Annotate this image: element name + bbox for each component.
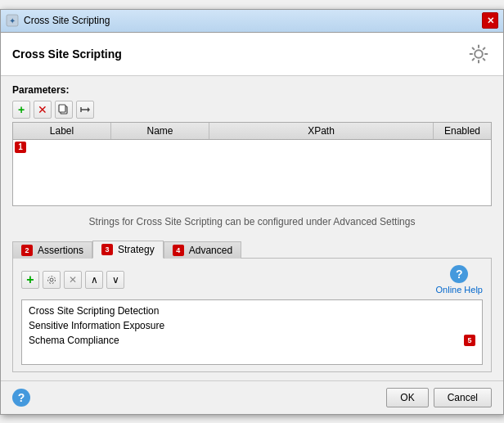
list-item[interactable]: Schema Compliance 5 (25, 333, 479, 348)
delete-parameter-button[interactable]: ✕ (34, 101, 52, 119)
tab-content-toolbar: + ✕ ∧ ∨ ? Online Help (21, 265, 483, 295)
dialog-title: Cross Site Scripting (12, 47, 122, 61)
ok-button[interactable]: OK (386, 388, 428, 407)
assertions-list: Cross Site Scripting Detection Sensitive… (21, 299, 483, 365)
copy-icon (58, 104, 70, 115)
tab-assertions-label: Assertions (38, 245, 83, 256)
svg-line-9 (483, 47, 485, 50)
move-down-button[interactable]: ∨ (106, 271, 124, 289)
add-parameter-button[interactable]: + (12, 101, 30, 119)
svg-line-8 (483, 58, 485, 61)
row-number-badge: 1 (15, 142, 26, 153)
tab-strategy[interactable]: 3 Strategy (92, 241, 164, 259)
info-text: Strings for Cross Site Scripting can be … (12, 209, 492, 234)
window-icon: ✦ (6, 14, 19, 27)
table-header: Label Name XPath Enabled (13, 123, 491, 140)
move-up-button[interactable]: ∧ (85, 271, 103, 289)
footer-left: ? (12, 389, 30, 407)
tab-content-panel: + ✕ ∧ ∨ ? Online Help (12, 258, 492, 372)
svg-point-17 (48, 276, 56, 283)
svg-line-10 (472, 58, 475, 61)
settings-icon[interactable] (466, 41, 492, 67)
footer-help-button[interactable]: ? (12, 389, 30, 407)
svg-point-2 (475, 50, 483, 58)
col-name: Name (111, 123, 209, 139)
add-item-button[interactable]: + (21, 271, 39, 289)
settings-item-button[interactable] (43, 271, 61, 289)
list-item[interactable]: Cross Site Scripting Detection (25, 304, 479, 318)
gear-small-icon (46, 274, 57, 286)
col-enabled: Enabled (434, 123, 491, 139)
cancel-button[interactable]: Cancel (434, 388, 492, 407)
close-button[interactable]: ✕ (482, 12, 498, 29)
main-window: ✦ Cross Site Scripting ✕ Cross Site Scri… (0, 9, 504, 415)
tab-assertions[interactable]: 2 Assertions (12, 241, 92, 259)
svg-rect-12 (59, 105, 65, 112)
tabs-area: 2 Assertions 3 Strategy 4 Advanced + (12, 241, 492, 372)
title-bar: ✦ Cross Site Scripting ✕ (1, 10, 503, 33)
tab-advanced-label: Advanced (189, 245, 232, 256)
tab-advanced-badge: 4 (173, 245, 184, 256)
tab-bar: 2 Assertions 3 Strategy 4 Advanced (12, 241, 492, 259)
tab-strategy-badge: 3 (101, 244, 113, 255)
svg-text:✦: ✦ (9, 16, 16, 25)
online-help-button[interactable]: ? Online Help (436, 265, 483, 295)
header-panel: Cross Site Scripting (1, 33, 503, 76)
move-icon (79, 104, 91, 115)
title-bar-text: Cross Site Scripting (24, 15, 477, 26)
tab-assertions-badge: 2 (21, 245, 33, 256)
delete-item-button[interactable]: ✕ (64, 271, 82, 289)
list-item[interactable]: Sensitive Information Exposure (25, 318, 479, 333)
parameters-table: Label Name XPath Enabled 1 (12, 122, 492, 206)
parameters-section: Parameters: + ✕ (12, 84, 492, 234)
tab-toolbar-left: + ✕ ∧ ∨ (21, 271, 124, 289)
dialog-footer: ? OK Cancel (1, 380, 503, 414)
col-xpath: XPath (209, 123, 434, 139)
parameters-toolbar: + ✕ (12, 101, 492, 119)
svg-marker-14 (88, 107, 90, 112)
help-icon: ? (450, 265, 468, 283)
table-body: 1 (13, 140, 491, 205)
tab-advanced[interactable]: 4 Advanced (164, 241, 241, 259)
list-item-text: Sensitive Information Exposure (29, 320, 164, 331)
parameters-label: Parameters: (12, 84, 492, 96)
move-parameter-button[interactable] (76, 101, 94, 119)
tab-strategy-label: Strategy (118, 244, 155, 255)
list-item-text: Cross Site Scripting Detection (29, 305, 159, 317)
list-item-badge: 5 (464, 335, 475, 346)
list-item-text: Schema Compliance (29, 335, 119, 346)
footer-right: OK Cancel (386, 388, 492, 407)
copy-parameter-button[interactable] (55, 101, 73, 119)
online-help-label: Online Help (436, 285, 483, 295)
svg-point-16 (50, 278, 53, 281)
col-label: Label (13, 123, 111, 139)
main-content: Parameters: + ✕ (1, 76, 503, 380)
svg-line-7 (472, 47, 475, 50)
